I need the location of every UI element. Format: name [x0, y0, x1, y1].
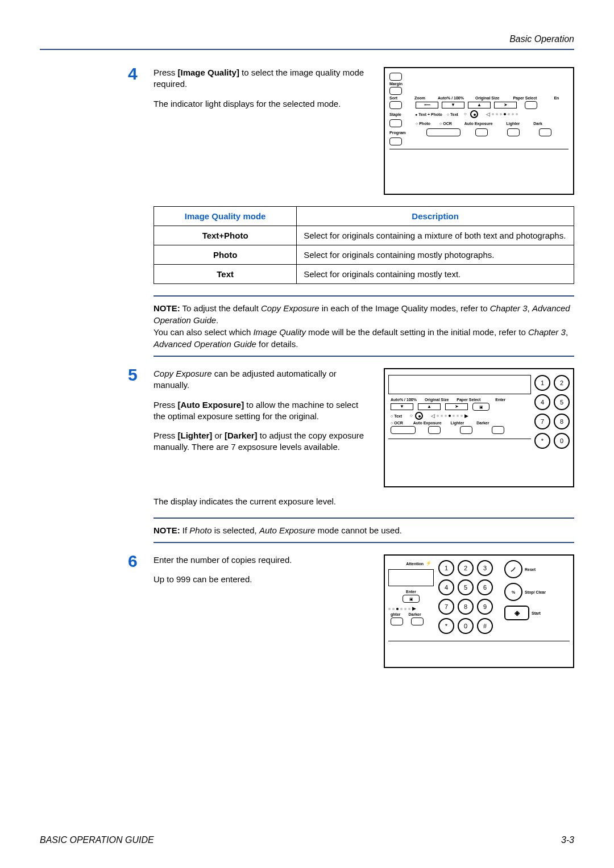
step4-para2: The indicator light displays for the sel…	[154, 98, 372, 110]
label: Text	[450, 112, 458, 116]
dial-icon	[470, 110, 478, 118]
keypad-partial: 1 2 4 5 7 8 * 0	[534, 375, 570, 457]
key-star: *	[438, 618, 454, 634]
main-content: 4 Press [Image Quality] to select the im…	[154, 67, 574, 668]
cell-mode: Text	[154, 265, 297, 284]
key-7: 7	[438, 599, 454, 615]
reset-key: ⟋	[504, 560, 522, 578]
text: ,	[528, 303, 532, 313]
text: Photo	[189, 525, 211, 535]
text: Chapter 3	[490, 303, 528, 313]
step5-para2: Press [Auto Exposure] to allow the machi…	[154, 399, 372, 423]
auto-exposure-keyref: [Auto Exposure]	[178, 400, 244, 410]
text: Press	[154, 431, 178, 440]
label: En	[554, 96, 559, 100]
key-1: 1	[438, 560, 454, 576]
control-panel-diagram-1: Margin Sort Zoom Auto% / 100% Original S…	[384, 67, 574, 195]
label: Photo	[419, 122, 430, 126]
label: Program	[389, 131, 406, 135]
darker-keyref: [Darker]	[225, 431, 258, 440]
label: Enter	[495, 398, 505, 402]
control-panel-diagram-2: Auto% / 100% Original Size Paper Select …	[384, 368, 574, 487]
label: Text + Photo	[418, 112, 442, 116]
label: Lighter	[451, 421, 464, 425]
cell-mode: Text+Photo	[154, 226, 297, 245]
label: OCR	[394, 421, 403, 425]
text: in each of the Image Quality modes, refe…	[320, 303, 490, 313]
label: Auto Exposure	[464, 122, 493, 126]
lighter-keyref: [Lighter]	[178, 431, 213, 440]
key-2: 2	[458, 560, 474, 576]
text: mode will be the default setting in the …	[306, 327, 528, 337]
note-label: NOTE:	[154, 525, 180, 535]
text: mode cannot be used.	[315, 525, 402, 535]
th-desc: Description	[297, 207, 574, 226]
cell-desc: Select for originals containing mostly t…	[297, 265, 574, 284]
step-number-5: 5	[128, 365, 138, 385]
key-hash: #	[477, 618, 493, 634]
text: Press	[154, 68, 178, 77]
text: To adjust the default	[180, 303, 261, 313]
page-number: 3-3	[561, 835, 574, 845]
label: Attention	[406, 562, 424, 566]
label: OCR	[443, 122, 452, 126]
label: Zoom	[414, 96, 425, 100]
key-star: *	[534, 433, 550, 449]
cell-desc: Select for originals containing a mixtur…	[297, 226, 574, 245]
text: or	[212, 431, 225, 440]
label: Auto% / 100%	[438, 96, 464, 100]
note-block-1: NOTE: To adjust the default Copy Exposur…	[154, 295, 574, 357]
label: Text	[394, 414, 402, 418]
key-5: 5	[458, 579, 474, 595]
key-5: 5	[554, 394, 570, 410]
label: Darker	[476, 421, 489, 425]
key-6: 6	[477, 579, 493, 595]
step5-para3: Press [Lighter] or [Darker] to adjust th…	[154, 430, 372, 453]
numeric-keypad: 1 2 3 4 5 6 7 8 9 * 0 #	[438, 560, 493, 634]
label: Paper Select	[457, 398, 480, 402]
table-row: Text Select for originals containing mos…	[154, 265, 574, 284]
text: Press	[154, 400, 178, 410]
note-label: NOTE:	[154, 303, 180, 313]
text: Advanced Operation Guide	[154, 339, 256, 349]
label: Auto Exposure	[413, 421, 442, 425]
key-8: 8	[458, 599, 474, 615]
note-block-2: NOTE: If Photo is selected, Auto Exposur…	[154, 518, 574, 543]
step-number-6: 6	[128, 552, 138, 571]
table-row: Text+Photo Select for originals containi…	[154, 226, 574, 245]
step-number-4: 4	[128, 64, 138, 84]
image-quality-table: Image Quality mode Description Text+Phot…	[154, 206, 574, 284]
label: Start	[532, 611, 541, 615]
label: Original Size	[475, 96, 499, 100]
page-footer: BASIC OPERATION GUIDE 3-3	[40, 835, 574, 845]
step5-para4: The display indicates the current exposu…	[154, 496, 574, 506]
cell-desc: Select for originals containing mostly p…	[297, 245, 574, 265]
dial-icon	[415, 412, 423, 420]
control-panel-diagram-3: Attention⚡ Enter ▣ ▶ ghterDarker 1 2 3 4…	[384, 554, 574, 668]
text: You can also select which	[154, 327, 253, 337]
label: Lighter	[507, 122, 520, 126]
text: If	[180, 525, 190, 535]
side-keys: ⟋ Reset % Stop/ Clear ◈ Start	[504, 560, 546, 634]
step5-para1: Copy Exposure can be adjusted automatica…	[154, 368, 372, 391]
cell-mode: Photo	[154, 245, 297, 265]
text: Chapter 3	[528, 327, 566, 337]
key-4: 4	[438, 579, 454, 595]
label: Original Size	[425, 398, 449, 402]
step4-para1: Press [Image Quality] to select the imag…	[154, 67, 372, 90]
text: Image Quality	[253, 327, 306, 337]
footer-title: BASIC OPERATION GUIDE	[40, 835, 154, 845]
step6-para1: Enter the number of copies required.	[154, 554, 372, 566]
key-0: 0	[554, 433, 570, 449]
text: .	[216, 315, 218, 325]
key-1: 1	[534, 375, 550, 391]
label: Auto% / 100%	[391, 398, 417, 402]
text: is selected,	[212, 525, 259, 535]
step6-para2: Up to 999 can be entered.	[154, 574, 372, 585]
key-0: 0	[458, 618, 474, 634]
image-quality-keyref: [Image Quality]	[178, 68, 239, 77]
page-header: Basic Operation	[40, 34, 574, 44]
step-4: 4 Press [Image Quality] to select the im…	[154, 67, 574, 195]
key-7: 7	[534, 414, 550, 429]
key-9: 9	[477, 599, 493, 615]
